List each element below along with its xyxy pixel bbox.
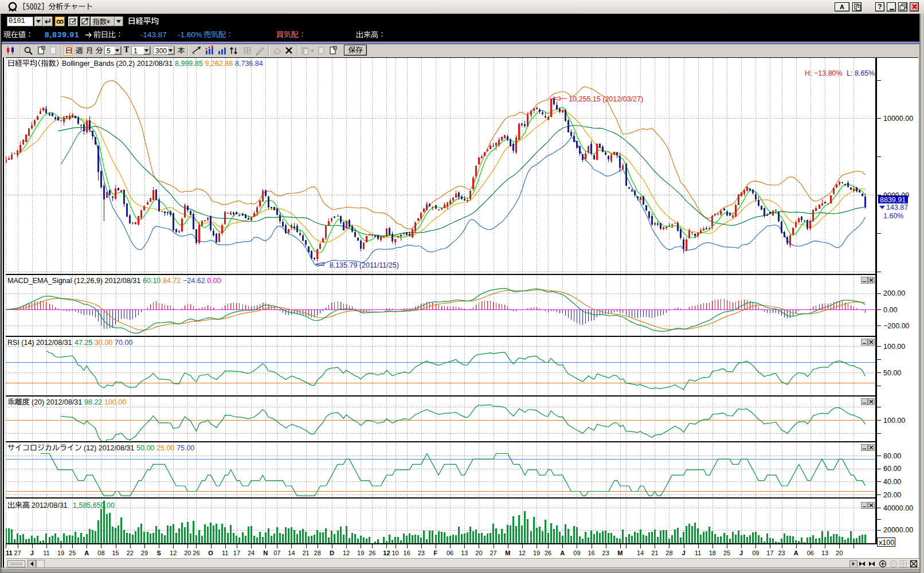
svg-text:14: 14 xyxy=(288,550,295,556)
svg-text:80.00: 80.00 xyxy=(883,452,901,460)
svg-text:9,262.86: 9,262.86 xyxy=(205,60,233,68)
svg-text:100.00: 100.00 xyxy=(883,417,905,425)
svg-text:26: 26 xyxy=(369,550,375,556)
svg-text:8,736.84: 8,736.84 xyxy=(235,60,263,68)
svg-text:A: A xyxy=(560,550,565,556)
svg-text:12: 12 xyxy=(170,550,177,556)
svg-text:09: 09 xyxy=(573,550,580,556)
svg-text:17: 17 xyxy=(766,550,773,556)
svg-text:16: 16 xyxy=(404,550,410,556)
svg-text:30.00: 30.00 xyxy=(95,339,112,347)
svg-text:13: 13 xyxy=(461,550,468,556)
svg-text:8,135.79 (2011/11/25): 8,135.79 (2011/11/25) xyxy=(330,261,399,269)
svg-text:50.00: 50.00 xyxy=(136,444,154,452)
svg-text:100.00: 100.00 xyxy=(883,343,905,351)
svg-text:15: 15 xyxy=(112,550,119,556)
svg-text:A: A xyxy=(794,550,798,556)
svg-text:11: 11 xyxy=(695,550,701,556)
svg-text:19: 19 xyxy=(357,550,364,556)
svg-text:20000.00: 20000.00 xyxy=(883,526,913,534)
svg-text:40000.00: 40000.00 xyxy=(883,504,913,512)
svg-text:8839.91: 8839.91 xyxy=(880,196,906,204)
svg-text:60.00: 60.00 xyxy=(883,465,901,473)
svg-text:27: 27 xyxy=(14,550,21,556)
svg-text:47.25: 47.25 xyxy=(75,339,92,347)
svg-text:J: J xyxy=(682,550,685,556)
svg-text:J: J xyxy=(30,550,34,556)
svg-text:x100: x100 xyxy=(879,539,894,547)
svg-text:27: 27 xyxy=(490,550,496,556)
svg-text:A: A xyxy=(84,550,89,556)
svg-text:20: 20 xyxy=(836,550,843,556)
svg-text:F: F xyxy=(434,550,438,556)
svg-text:MACD_EMA_Signal (12,26,9) 2012: MACD_EMA_Signal (12,26,9) 2012/08/31 xyxy=(7,277,140,285)
svg-text:S: S xyxy=(156,550,160,556)
svg-text:12: 12 xyxy=(519,550,526,556)
svg-text:11: 11 xyxy=(222,550,228,556)
svg-text:25.00: 25.00 xyxy=(156,444,174,452)
svg-text:26: 26 xyxy=(193,550,199,556)
svg-text:07: 07 xyxy=(273,550,280,556)
svg-text:(12) 2012/08/31: (12) 2012/08/31 xyxy=(84,444,134,452)
svg-text:RSI (14) 2012/08/31: RSI (14) 2012/08/31 xyxy=(7,339,72,347)
svg-text:19: 19 xyxy=(533,550,540,556)
svg-text:11: 11 xyxy=(43,550,49,556)
svg-text:2012/08/31: 2012/08/31 xyxy=(32,501,68,509)
svg-text:12: 12 xyxy=(383,550,390,556)
svg-text:25: 25 xyxy=(69,550,76,556)
svg-text:0.00: 0.00 xyxy=(207,277,221,285)
svg-text:84.72: 84.72 xyxy=(163,277,181,285)
svg-text:23: 23 xyxy=(778,550,785,556)
svg-text:200.00: 200.00 xyxy=(883,289,905,297)
svg-text:Bollinger_Bands (20,2) 2012/08: Bollinger_Bands (20,2) 2012/08/31 xyxy=(62,60,173,68)
svg-text:26: 26 xyxy=(545,550,551,556)
svg-text:143.87: 143.87 xyxy=(886,203,908,211)
svg-text:70.00: 70.00 xyxy=(115,339,132,347)
svg-text:98.22: 98.22 xyxy=(84,398,102,406)
svg-text:12: 12 xyxy=(343,550,350,556)
svg-text:28: 28 xyxy=(314,550,321,556)
svg-text:24: 24 xyxy=(248,550,255,556)
svg-text:23: 23 xyxy=(602,550,609,556)
svg-text:20: 20 xyxy=(475,550,482,556)
svg-text:10: 10 xyxy=(391,550,398,556)
svg-text:20: 20 xyxy=(184,550,191,556)
svg-text:O: O xyxy=(208,550,213,556)
svg-text:10000.00: 10000.00 xyxy=(883,115,913,123)
svg-text:21: 21 xyxy=(302,550,309,556)
svg-text:09: 09 xyxy=(752,550,759,556)
svg-text:H: −13.80%: H: −13.80% xyxy=(805,69,843,77)
svg-text:L: 8.65%: L: 8.65% xyxy=(847,69,875,77)
svg-text:J: J xyxy=(739,550,743,556)
svg-text:60.10: 60.10 xyxy=(143,277,160,285)
svg-text:13: 13 xyxy=(821,550,828,556)
svg-text:22: 22 xyxy=(127,550,134,556)
svg-text:N: N xyxy=(263,550,268,556)
svg-text:50.00: 50.00 xyxy=(883,369,901,377)
svg-text:D: D xyxy=(330,550,334,556)
svg-text:08: 08 xyxy=(97,550,104,556)
svg-text:23: 23 xyxy=(418,550,425,556)
svg-text:19: 19 xyxy=(57,550,64,556)
svg-text:40.00: 40.00 xyxy=(883,478,901,486)
svg-text:17: 17 xyxy=(233,550,240,556)
svg-text:10,255.15 (2012/03/27): 10,255.15 (2012/03/27) xyxy=(569,95,643,103)
svg-text:8,999.85: 8,999.85 xyxy=(175,60,203,68)
svg-text:18: 18 xyxy=(709,550,716,556)
svg-text:75.00: 75.00 xyxy=(177,444,194,452)
svg-text:−200.00: −200.00 xyxy=(883,322,910,330)
svg-text:28: 28 xyxy=(665,550,672,556)
svg-text:20.00: 20.00 xyxy=(883,491,901,499)
svg-text:11: 11 xyxy=(6,550,13,556)
svg-text:1.60%: 1.60% xyxy=(883,212,903,220)
svg-text:16: 16 xyxy=(588,550,594,556)
svg-text:0.00: 0.00 xyxy=(883,306,897,314)
svg-text:−24.62: −24.62 xyxy=(183,277,205,285)
svg-text:100.00: 100.00 xyxy=(104,398,126,406)
svg-text:(20) 2012/08/31: (20) 2012/08/31 xyxy=(32,398,82,406)
svg-text:14: 14 xyxy=(637,550,644,556)
svg-text:06: 06 xyxy=(807,550,814,556)
svg-text:1,585,650.00: 1,585,650.00 xyxy=(73,501,115,509)
svg-text:M: M xyxy=(617,550,622,556)
svg-text:M: M xyxy=(505,550,510,556)
